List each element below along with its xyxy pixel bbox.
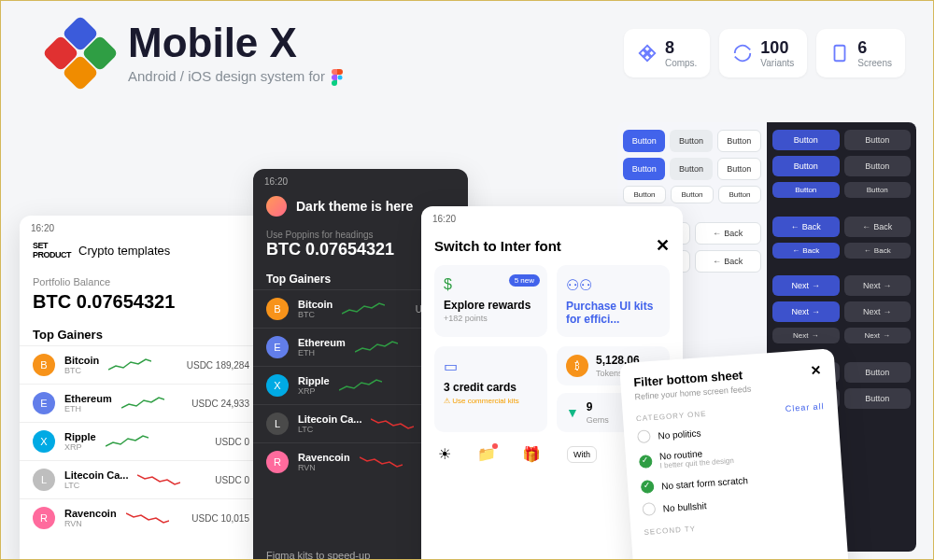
coin-icon: B: [33, 354, 55, 376]
button-primary-dark[interactable]: Button: [772, 130, 840, 150]
stat-variants: 100Variants: [719, 29, 807, 77]
subtitle: Android / iOS design system for: [128, 68, 344, 86]
people-icon: ⚇⚇: [566, 276, 660, 294]
button-secondary-dark[interactable]: Button: [844, 156, 912, 176]
brand-title: Crypto templates: [78, 244, 170, 258]
coin-row[interactable]: XRippleXRPUSDC 0: [20, 422, 262, 460]
card-purchase[interactable]: ⚇⚇Purchase UI kits for effici...: [557, 265, 670, 337]
button-small[interactable]: Button: [718, 186, 761, 203]
bitcoin-icon: ₿: [566, 355, 588, 377]
button-small-dark[interactable]: Button: [772, 182, 840, 198]
svg-point-0: [338, 76, 343, 80]
refresh-icon: [732, 43, 753, 63]
button-dark[interactable]: Button: [844, 362, 912, 383]
folder-icon[interactable]: 📁: [477, 445, 496, 463]
title: Mobile X: [128, 20, 344, 66]
next-button-small[interactable]: Next →: [772, 328, 840, 343]
button-outline[interactable]: Button: [717, 130, 761, 152]
card-icon: ▭: [444, 357, 538, 375]
button-secondary[interactable]: Button: [670, 130, 712, 152]
button-outline[interactable]: Button: [717, 158, 761, 180]
button-dark[interactable]: Button: [844, 388, 912, 409]
button-small[interactable]: Button: [671, 186, 714, 203]
next-button[interactable]: Next →: [844, 301, 912, 322]
radio[interactable]: [637, 429, 651, 443]
panel-title: Switch to Inter font: [434, 238, 561, 254]
back-button-dark[interactable]: ← Back: [772, 243, 840, 259]
button-primary-dark[interactable]: Button: [772, 156, 840, 176]
logo: [48, 21, 113, 86]
close-icon[interactable]: ✕: [810, 362, 822, 378]
diamond-icon: [637, 43, 658, 63]
next-button[interactable]: Next →: [844, 275, 912, 296]
status-time: 16:20: [421, 206, 683, 226]
section-title: Top Gainers: [20, 324, 262, 345]
next-button-small[interactable]: Next →: [844, 328, 912, 343]
coin-row[interactable]: BBitcoinBTCUSDC 189,284: [20, 345, 262, 384]
category-label: SECOND TY: [644, 525, 696, 537]
button-primary[interactable]: Button: [623, 130, 665, 152]
portfolio-label: Portfolio Balance: [20, 265, 262, 291]
sun-icon[interactable]: ☀: [438, 445, 451, 463]
clear-all[interactable]: Clear all: [785, 401, 825, 413]
phone-crypto-light: 16:20 SETPRODUCTCrypto templates Portfol…: [20, 216, 262, 560]
avatar[interactable]: [266, 196, 287, 217]
button-primary[interactable]: Button: [623, 158, 665, 180]
phone-filter-sheet: Filter bottom sheet✕ Refine your home sc…: [619, 348, 849, 560]
radio[interactable]: [642, 502, 656, 516]
coin-icon: E: [266, 336, 289, 358]
coin-icon: E: [33, 392, 55, 414]
back-button[interactable]: ← Back: [695, 222, 762, 245]
svg-rect-1: [835, 46, 845, 62]
stat-comps: 8Comps.: [624, 29, 710, 77]
card-credit[interactable]: ▭3 credit cards⚠ Use commercial kits: [434, 346, 547, 432]
coin-icon: L: [33, 469, 55, 491]
coin-icon: R: [33, 507, 55, 529]
back-button-dark[interactable]: ← Back: [844, 217, 912, 237]
back-button-dark[interactable]: ← Back: [844, 243, 912, 259]
coin-row[interactable]: EEthereumETHUSDC 24,933: [20, 384, 262, 422]
back-button[interactable]: ← Back: [695, 250, 762, 273]
balance: BTC 0.07654321: [20, 291, 262, 324]
header: Mobile X Android / iOS design system for: [48, 20, 344, 86]
phone-icon: [829, 43, 850, 63]
status-time: 16:20: [253, 169, 468, 189]
status-time: 16:20: [20, 216, 262, 235]
gift-icon[interactable]: 🎁: [522, 445, 541, 463]
badge: 5 new: [509, 274, 540, 287]
headline: Dark theme is here: [296, 199, 413, 214]
button-secondary-dark[interactable]: Button: [844, 130, 912, 150]
coin-icon: X: [33, 430, 55, 453]
with-chip[interactable]: With: [567, 446, 597, 463]
card-rewards[interactable]: $5 newExplore rewards+182 points: [434, 265, 547, 337]
stats: 8Comps. 100Variants 6Screens: [624, 29, 905, 77]
coin-icon: B: [266, 298, 289, 320]
coin-icon: R: [266, 451, 289, 473]
next-button[interactable]: Next →: [772, 275, 840, 296]
figma-icon: [331, 69, 344, 86]
next-button[interactable]: Next →: [772, 301, 840, 322]
coin-row[interactable]: RRavencoinRVNUSDC 10,015: [20, 498, 262, 537]
coin-icon: X: [266, 374, 289, 397]
button-small[interactable]: Button: [623, 186, 666, 203]
stat-screens: 6Screens: [816, 29, 905, 77]
radio[interactable]: [641, 480, 655, 494]
button-small-dark[interactable]: Button: [844, 182, 912, 198]
close-icon[interactable]: ✕: [656, 235, 670, 256]
gem-icon: ▼: [566, 405, 579, 420]
button-secondary[interactable]: Button: [670, 158, 712, 180]
back-button-dark[interactable]: ← Back: [772, 217, 840, 237]
footer-text: Figma kits to speed-up: [266, 550, 370, 560]
radio[interactable]: [639, 455, 653, 469]
coin-icon: L: [266, 413, 289, 435]
coin-row[interactable]: LLitecoin Ca...LTCUSDC 0: [20, 460, 262, 498]
